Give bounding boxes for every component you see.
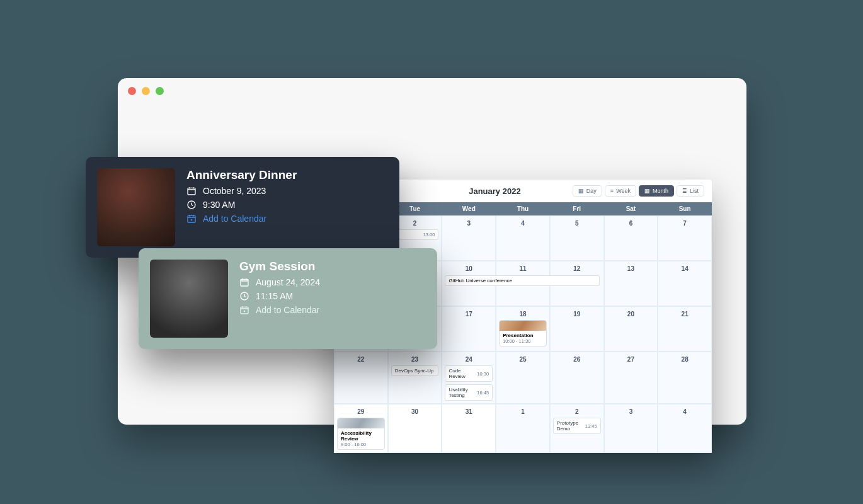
window-titlebar (118, 78, 746, 103)
day-cell[interactable]: 29 Accessibility Review 9:00 - 16:00 (334, 404, 388, 453)
day-cell[interactable]: 23 DevOps Sync-Up (388, 352, 442, 404)
event-date: October 9, 2023 (203, 186, 266, 196)
event-thumbnail (500, 321, 546, 331)
svg-rect-0 (188, 188, 195, 195)
event-github-conference[interactable]: GitHub Universe conference (445, 275, 600, 286)
day-cell[interactable]: 4 (496, 215, 550, 261)
event-time-row: 9:30 AM (186, 200, 297, 210)
day-cell[interactable]: 25 (496, 352, 550, 404)
day-cell[interactable]: 31 (442, 404, 496, 453)
day-cell[interactable]: 21 (658, 306, 712, 352)
day-cell[interactable]: 19 (550, 306, 604, 352)
event-time: 9:00 - 16:00 (341, 442, 381, 447)
dow-thu: Thu (496, 202, 550, 215)
event-accessibility[interactable]: Accessibility Review 9:00 - 16:00 (337, 418, 385, 450)
view-list-button[interactable]: ≣List (677, 185, 704, 197)
day-cell[interactable]: 5 (550, 215, 604, 261)
event-time: 10:00 - 11:30 (503, 338, 543, 344)
calendar-icon: ▦ (644, 188, 650, 194)
day-cell[interactable]: 30 (388, 404, 442, 453)
day-cell[interactable]: 6 (604, 215, 658, 261)
grid-icon: ▦ (578, 188, 584, 194)
day-cell[interactable]: 7 (658, 215, 712, 261)
event-title: Prototype Demo (557, 420, 583, 432)
event-code-review[interactable]: Code Review 10:30 (445, 365, 493, 382)
event-time: 10:30 (477, 371, 489, 377)
view-switcher: ▦Day ≡Week ▦Month ≣List (573, 185, 704, 197)
day-cell[interactable]: 13 (604, 261, 658, 306)
calendar-title: January 2022 (417, 186, 573, 196)
day-cell[interactable]: 22 (334, 352, 388, 404)
event-time: 13:45 (585, 423, 597, 429)
list-icon: ≡ (610, 188, 614, 194)
event-image (97, 168, 175, 246)
event-date-row: October 9, 2023 (186, 186, 297, 196)
day-cell[interactable]: 28 (658, 352, 712, 404)
add-to-calendar-button[interactable]: Add to Calendar (186, 214, 297, 224)
svg-rect-3 (241, 279, 248, 286)
event-date-row: August 24, 2024 (239, 277, 320, 287)
day-cell[interactable]: 24 Code Review 10:30 Usability Testing 1… (442, 352, 496, 404)
event-time-row: 11:15 AM (239, 291, 320, 301)
event-title: Presentation (503, 333, 543, 338)
day-cell[interactable]: 18 Presentation 10:00 - 11:30 (496, 306, 550, 352)
event-title: GitHub Universe conference (449, 278, 512, 284)
view-day-button[interactable]: ▦Day (573, 185, 602, 197)
event-card-dinner: Anniversary Dinner October 9, 2023 9:30 … (86, 157, 399, 258)
day-cell[interactable]: 3 (442, 215, 496, 261)
event-title: Usability Testing (449, 387, 474, 398)
window-maximize-button[interactable] (156, 87, 164, 95)
event-title: DevOps Sync-Up (395, 368, 434, 374)
event-title: Gym Session (239, 260, 320, 273)
calendar-add-icon (239, 305, 249, 315)
dow-sun: Sun (658, 202, 712, 215)
day-cell[interactable]: 26 (550, 352, 604, 404)
day-cell[interactable]: 20 (604, 306, 658, 352)
day-cell[interactable]: 2 Prototype Demo 13:45 (550, 404, 604, 453)
add-to-calendar-label: Add to Calendar (256, 305, 319, 315)
window-minimize-button[interactable] (142, 87, 150, 95)
event-time: 11:15 AM (256, 291, 293, 301)
event-thumbnail (338, 418, 384, 428)
day-cell[interactable]: 4 (658, 404, 712, 453)
window-close-button[interactable] (128, 87, 136, 95)
event-time: 16:45 (477, 390, 489, 396)
clock-icon (186, 200, 197, 210)
day-cell[interactable]: 3 (604, 404, 658, 453)
calendar-icon (186, 186, 197, 196)
dow-wed: Wed (442, 202, 496, 215)
calendar-add-icon (186, 214, 197, 224)
view-month-button[interactable]: ▦Month (639, 185, 674, 197)
add-to-calendar-button[interactable]: Add to Calendar (239, 305, 320, 315)
event-date: August 24, 2024 (256, 277, 320, 287)
clock-icon (239, 291, 249, 301)
event-prototype[interactable]: Prototype Demo 13:45 (553, 418, 601, 434)
dow-sat: Sat (604, 202, 658, 215)
event-title: Anniversary Dinner (186, 168, 297, 182)
event-time: 13:00 (423, 232, 435, 238)
event-presentation[interactable]: Presentation 10:00 - 11:30 (499, 320, 547, 346)
view-week-button[interactable]: ≡Week (605, 185, 636, 197)
list-icon: ≣ (682, 188, 687, 194)
event-devops[interactable]: DevOps Sync-Up (391, 365, 439, 376)
event-title: Code Review (449, 368, 474, 379)
event-usability[interactable]: Usability Testing 16:45 (445, 384, 493, 401)
day-cell[interactable]: 1 (496, 404, 550, 453)
day-cell[interactable]: 17 (442, 306, 496, 352)
day-cell[interactable]: 10 GitHub Universe conference (442, 261, 496, 306)
calendar-icon (239, 277, 249, 287)
event-card-gym: Gym Session August 24, 2024 11:15 AM Add… (139, 248, 437, 349)
event-image (150, 260, 228, 338)
dow-fri: Fri (550, 202, 604, 215)
day-cell[interactable]: 14 (658, 261, 712, 306)
event-time: 9:30 AM (203, 200, 235, 210)
day-cell[interactable]: 27 (604, 352, 658, 404)
event-title: Accessibility Review (341, 430, 381, 442)
add-to-calendar-label: Add to Calendar (203, 214, 266, 224)
